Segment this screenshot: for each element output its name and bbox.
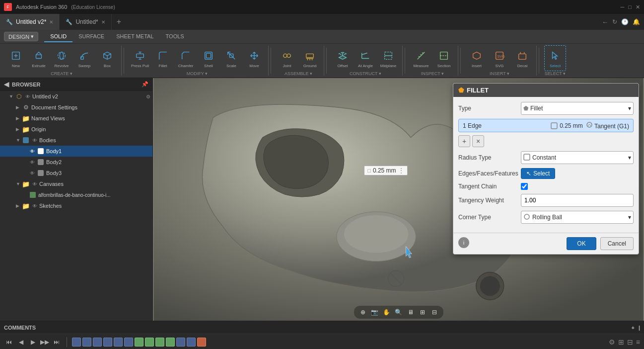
extrude-btn[interactable]: Extrude bbox=[28, 45, 50, 71]
tab-add-button[interactable]: + bbox=[112, 14, 126, 30]
close-icon[interactable]: ✕ bbox=[636, 4, 640, 10]
type-select[interactable]: ⬟ Fillet ▾ bbox=[521, 102, 634, 115]
press-pull-btn[interactable]: Press Pull bbox=[129, 45, 151, 71]
tree-item-body2[interactable]: 👁 Body2 bbox=[0, 157, 152, 168]
zoom-icon[interactable]: 🔍 bbox=[394, 307, 404, 317]
timeline-next-btn[interactable]: ▶▶ bbox=[40, 337, 50, 347]
vis-canvases[interactable]: 👁 bbox=[31, 180, 38, 187]
timeline-item-1[interactable] bbox=[72, 338, 81, 347]
grid-icon[interactable]: ⊕ bbox=[358, 307, 368, 317]
move-btn[interactable]: Move bbox=[243, 45, 265, 71]
timeline-settings-icon[interactable]: ⚙ bbox=[609, 338, 615, 346]
tree-item-canvases[interactable]: ▼ 📁 👁 Canvases bbox=[0, 178, 152, 189]
tree-item-docsettings[interactable]: ▶ ⚙ Document Settings bbox=[0, 102, 152, 113]
new-component-btn[interactable]: New bbox=[5, 45, 27, 71]
tree-item-origin[interactable]: ▶ 📁 Origin bbox=[0, 124, 152, 135]
browser-pin-icon[interactable]: 📌 bbox=[142, 81, 148, 87]
grid2-icon[interactable]: ⊞ bbox=[418, 307, 428, 317]
dim-menu-icon[interactable]: ⋮ bbox=[398, 167, 404, 174]
plane-angle-btn[interactable]: At Angle bbox=[355, 45, 376, 71]
bell-icon[interactable]: 🔔 bbox=[633, 18, 640, 25]
tree-item-canvas1[interactable]: alfombrillas-de-bano-continuo-i... bbox=[0, 189, 152, 200]
nav-back-icon[interactable]: ← bbox=[602, 18, 608, 26]
timeline-item-2[interactable] bbox=[82, 338, 91, 347]
fillet-btn[interactable]: Fillet bbox=[152, 45, 174, 71]
viewport[interactable]: X Y Z □ 0.25 mm ⋮ FRONT bbox=[153, 78, 644, 321]
select-edges-btn[interactable]: ↖ Select bbox=[521, 168, 555, 179]
decal-btn[interactable]: Decal bbox=[511, 45, 533, 71]
tree-item-bodies[interactable]: ▼ 👁 Bodies bbox=[0, 135, 152, 146]
revolve-btn[interactable]: Revolve bbox=[51, 45, 72, 71]
cancel-button[interactable]: Cancel bbox=[600, 237, 634, 250]
tangent-chain-checkbox[interactable] bbox=[521, 183, 528, 190]
tab-untitled[interactable]: 🔧 Untitled* ✕ bbox=[60, 14, 111, 30]
collapse-browser-icon[interactable]: ◀ bbox=[4, 81, 9, 88]
vis-body2[interactable]: 👁 bbox=[29, 159, 36, 166]
tree-item-body1[interactable]: 👁 Body1 bbox=[0, 146, 152, 157]
radius-type-select[interactable]: Constant ▾ bbox=[521, 151, 634, 164]
tree-item-body3[interactable]: 👁 Body3 bbox=[0, 168, 152, 178]
timeline-item-10[interactable] bbox=[166, 338, 175, 347]
timeline-item-7[interactable] bbox=[135, 338, 143, 347]
tab-untitled-v2[interactable]: 🔧 Untitled v2* ✕ bbox=[0, 14, 60, 30]
timeline-item-9[interactable] bbox=[155, 338, 164, 347]
display-icon[interactable]: 🖥 bbox=[406, 307, 416, 317]
maximize-icon[interactable]: □ bbox=[628, 4, 632, 10]
timeline-item-8[interactable] bbox=[145, 338, 154, 347]
design-dropdown[interactable]: DESIGN ▾ bbox=[4, 32, 38, 41]
info-button[interactable]: i bbox=[458, 237, 469, 248]
grid3-icon[interactable]: ⊟ bbox=[429, 307, 439, 317]
insert-mesh-btn[interactable]: Insert bbox=[466, 45, 488, 71]
vis-root[interactable]: 👁 bbox=[24, 93, 31, 100]
measure-btn[interactable]: Measure bbox=[410, 45, 432, 71]
midplane-btn[interactable]: Midplane bbox=[377, 45, 399, 71]
camera-icon[interactable]: 📷 bbox=[370, 307, 380, 317]
tree-item-namedviews[interactable]: ▶ 📁 Named Views bbox=[0, 113, 152, 124]
insert-svg-btn[interactable]: SVG SVG bbox=[489, 45, 510, 71]
timeline-item-5[interactable] bbox=[114, 338, 123, 347]
tab-sheet-metal[interactable]: SHEET METAL bbox=[110, 31, 159, 42]
timeline-item-fillet[interactable] bbox=[197, 338, 206, 347]
timeline-prev-btn[interactable]: ◀ bbox=[16, 337, 26, 347]
corner-type-select[interactable]: Rolling Ball ▾ bbox=[521, 211, 634, 224]
chamfer-btn[interactable]: Chamfer bbox=[175, 45, 197, 71]
timeline-item-4[interactable] bbox=[103, 338, 112, 347]
remove-edge-btn[interactable]: × bbox=[472, 135, 484, 147]
tab-close-1[interactable]: ✕ bbox=[49, 19, 53, 25]
timeline-item-6[interactable] bbox=[124, 338, 133, 347]
timeline-item-extra[interactable] bbox=[176, 338, 185, 347]
ok-button[interactable]: OK bbox=[567, 237, 596, 250]
comments-pin-icon[interactable]: | bbox=[639, 325, 640, 331]
shell-btn[interactable]: Shell bbox=[198, 45, 219, 71]
timeline-view-icon[interactable]: ⊟ bbox=[627, 338, 633, 346]
timeline-item-extra2[interactable] bbox=[187, 338, 196, 347]
timeline-filter-icon[interactable]: ≡ bbox=[636, 338, 640, 346]
tangency-weight-input[interactable] bbox=[521, 194, 634, 207]
comments-expand-icon[interactable]: + bbox=[631, 325, 634, 331]
vis-bodies[interactable]: 👁 bbox=[31, 137, 38, 144]
timeline-grid-icon[interactable]: ⊞ bbox=[618, 338, 624, 346]
tab-surface[interactable]: SURFACE bbox=[72, 31, 110, 42]
root-settings-icon[interactable]: ⚙ bbox=[146, 94, 150, 99]
tab-solid[interactable]: SOLID bbox=[44, 31, 72, 42]
vis-sketches[interactable]: 👁 bbox=[31, 202, 38, 209]
vis-body3[interactable]: 👁 bbox=[29, 170, 36, 176]
scale-btn[interactable]: Scale bbox=[220, 45, 242, 71]
sweep-btn[interactable]: Sweep bbox=[73, 45, 95, 71]
box-btn[interactable]: Box bbox=[96, 45, 118, 71]
timeline-start-btn[interactable]: ⏮ bbox=[4, 337, 14, 347]
timeline-item-3[interactable] bbox=[93, 338, 102, 347]
clock-icon[interactable]: 🕐 bbox=[621, 18, 629, 25]
timeline-play-btn[interactable]: ▶ bbox=[28, 337, 38, 347]
refresh-icon[interactable]: ↻ bbox=[612, 18, 617, 25]
offset-plane-btn[interactable]: Offset bbox=[332, 45, 354, 71]
select-btn-tool[interactable]: Select bbox=[544, 45, 566, 71]
edge-row-1[interactable]: 1 Edge 0.25 mm Tangent (G1) bbox=[458, 119, 634, 132]
pan-icon[interactable]: ✋ bbox=[382, 307, 392, 317]
tab-close-2[interactable]: ✕ bbox=[101, 19, 105, 25]
tree-item-sketches[interactable]: ▶ 📁 👁 Sketches bbox=[0, 200, 152, 211]
tree-item-root[interactable]: ▼ ⬡ 👁 Untitled v2 ⚙ bbox=[0, 91, 152, 102]
timeline-end-btn[interactable]: ⏭ bbox=[52, 337, 62, 347]
joint-btn[interactable]: Joint bbox=[276, 45, 298, 71]
section-btn[interactable]: Section bbox=[433, 45, 455, 71]
